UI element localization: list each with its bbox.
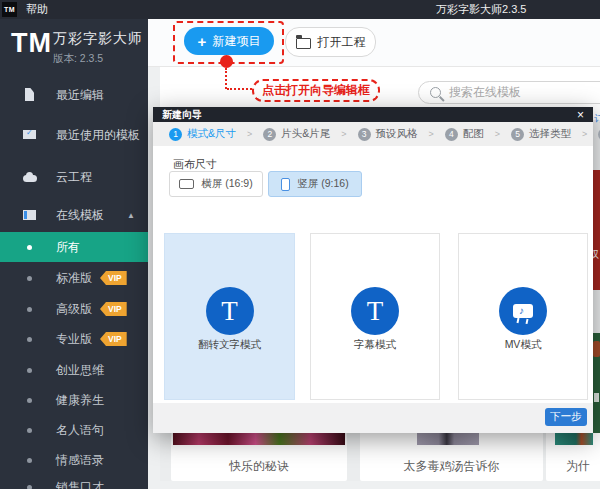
text-mode-icon: T (351, 287, 399, 335)
sidebar-subitem-label: 销售口才 (56, 479, 104, 489)
template-card[interactable]: 为什 (546, 425, 600, 481)
sidebar-subitem-standard[interactable]: 标准版 VIP (0, 263, 148, 293)
sidebar-subitem-all[interactable]: 所有 (0, 232, 148, 262)
sidebar-subitem-label: 情感语录 (56, 452, 104, 469)
sidebar-subitem-advanced[interactable]: 高级版 VIP (0, 294, 148, 324)
close-icon[interactable]: × (577, 109, 584, 121)
sidebar-item-online-templates[interactable]: 在线模板 ▲ (0, 200, 148, 230)
step-select-type: 5 选择类型 (511, 127, 571, 141)
step-label: 配图 (463, 127, 484, 141)
template-title: 太多毒鸡汤告诉你 (360, 458, 543, 475)
sidebar-subitem-celebrity-quotes[interactable]: 名人语句 (0, 415, 148, 445)
bullet-icon (27, 307, 32, 312)
new-wizard-dialog: 新建向导 × 1 模式&尺寸 > 2 片头&片尾 > 3 预设风格 > 4 配图 (153, 107, 593, 433)
letter-t-icon: T (221, 296, 238, 327)
sidebar-item-label: 最近使用的模板 (56, 127, 140, 144)
chevron-right-icon: > (429, 129, 434, 139)
template-title: 快乐的秘诀 (171, 458, 347, 475)
cloud-icon (22, 170, 38, 184)
annotation-line-vertical (225, 68, 227, 89)
sidebar-subitem-label: 健康养生 (56, 392, 104, 409)
open-project-label: 打开工程 (318, 34, 366, 51)
annotation-dot (220, 55, 233, 68)
folder-icon (296, 38, 311, 49)
step-label: 预设风格 (376, 127, 418, 141)
step-images: 4 配图 (445, 127, 484, 141)
sidebar-subitem-label: 专业版 (56, 331, 92, 348)
recent-templates-icon (22, 128, 38, 142)
orientation-label: 横屏 (16:9) (201, 177, 252, 191)
orientation-landscape-button[interactable]: 横屏 (16:9) (169, 171, 263, 197)
step-label: 模式&尺寸 (187, 127, 236, 141)
sidebar-item-recent-templates[interactable]: 最近使用的模板 (0, 120, 148, 150)
mode-label: 字幕模式 (311, 338, 439, 352)
sidebar-item-label: 在线模板 (56, 207, 104, 224)
letter-t-icon: T (367, 296, 384, 327)
step-intro-outro: 2 片头&片尾 (263, 127, 330, 141)
mode-label: MV模式 (459, 338, 587, 352)
edge-fragment-thumbnail: 双 (593, 170, 600, 290)
chevron-right-icon: > (495, 129, 500, 139)
vip-badge: VIP (100, 271, 127, 285)
sidebar-subitem-emotional-quotes[interactable]: 情感语录 (0, 445, 148, 475)
dialog-titlebar: 新建向导 × (153, 107, 593, 122)
mode-label: 翻转文字模式 (165, 338, 294, 352)
orientation-portrait-button[interactable]: 竖屏 (9:16) (268, 171, 362, 197)
canvas-size-label: 画布尺寸 (173, 157, 217, 172)
collapse-caret-icon[interactable]: ▲ (127, 211, 135, 220)
recent-edit-icon (22, 88, 38, 102)
step-label: 片头&片尾 (281, 127, 330, 141)
template-title: 为什 (546, 458, 600, 475)
app-window: TM 帮助 万彩字影大师2.3.5 TM 万彩字影大师 版本: 2.3.5 最近… (0, 0, 600, 489)
app-logo: TM (11, 28, 52, 59)
mv-board-icon (513, 304, 533, 318)
app-version: 版本: 2.3.5 (53, 52, 103, 66)
bullet-icon (27, 245, 32, 250)
sidebar-subitem-health[interactable]: 健康养生 (0, 385, 148, 415)
chevron-right-icon: > (582, 129, 587, 139)
sidebar-item-label: 最近编辑 (56, 87, 104, 104)
edge-fragment-text: 订 (594, 112, 600, 126)
sidebar-item-label: 云工程 (56, 169, 92, 186)
mv-mode-icon (499, 287, 547, 335)
vip-badge: VIP (100, 302, 127, 316)
step-number: 3 (358, 128, 371, 141)
bullet-icon (27, 458, 32, 463)
bullet-icon (27, 368, 32, 373)
open-project-button[interactable]: 打开工程 (285, 27, 376, 57)
sidebar-subitem-label: 标准版 (56, 270, 92, 287)
sidebar-subitem-professional[interactable]: 专业版 VIP (0, 324, 148, 354)
sidebar-item-recent-edits[interactable]: 最近编辑 (0, 80, 148, 110)
mode-card-subtitle[interactable]: T 字幕模式 (310, 233, 440, 400)
search-input[interactable]: 搜索在线模板 (418, 81, 600, 104)
plus-icon: + (198, 34, 207, 49)
template-card[interactable]: 太多毒鸡汤告诉你 (360, 425, 543, 481)
new-project-label: 新建项目 (212, 33, 260, 50)
step-number: 4 (445, 128, 458, 141)
sidebar-subitem-startup-thinking[interactable]: 创业思维 (0, 355, 148, 385)
dialog-title: 新建向导 (162, 108, 202, 122)
sidebar: TM 万彩字影大师 版本: 2.3.5 最近编辑 最近使用的模板 云工程 在线模… (0, 19, 148, 489)
edge-fragment-thumbnail (593, 333, 600, 433)
online-templates-icon (22, 208, 38, 222)
step-preset-style: 3 预设风格 (358, 127, 418, 141)
orientation-label: 竖屏 (9:16) (297, 177, 348, 191)
next-step-button[interactable]: 下一步 (545, 408, 587, 426)
wizard-steps: 1 模式&尺寸 > 2 片头&片尾 > 3 预设风格 > 4 配图 > 5 选择… (153, 122, 593, 146)
step-number: 1 (169, 128, 182, 141)
menu-help[interactable]: 帮助 (26, 0, 48, 19)
mode-card-mv[interactable]: MV模式 (458, 233, 588, 400)
text-mode-icon: T (206, 287, 254, 335)
bullet-icon (27, 276, 32, 281)
bullet-icon (27, 485, 32, 489)
sidebar-item-cloud-projects[interactable]: 云工程 (0, 162, 148, 192)
new-project-button[interactable]: + 新建项目 (184, 27, 274, 55)
sidebar-subitem-sales-talk[interactable]: 销售口才 (0, 472, 148, 489)
template-card[interactable]: 快乐的秘诀 (171, 425, 347, 481)
vip-badge: VIP (100, 332, 127, 346)
bullet-icon (27, 428, 32, 433)
bullet-icon (27, 398, 32, 403)
app-logo-mini-icon: TM (2, 2, 17, 17)
mode-card-flip-text[interactable]: T 翻转文字模式 (164, 233, 295, 400)
step-mode-size: 1 模式&尺寸 (169, 127, 236, 141)
